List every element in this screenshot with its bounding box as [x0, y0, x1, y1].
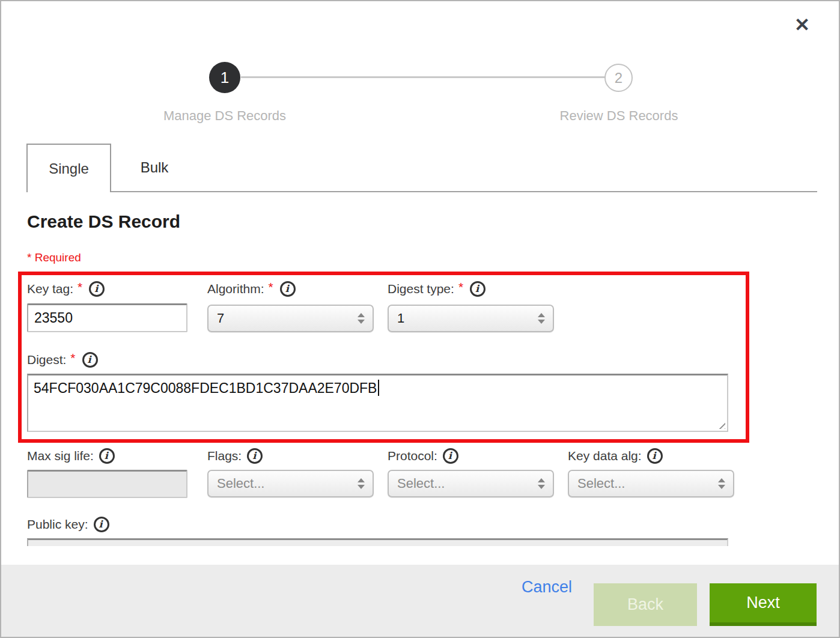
key-data-alg-label-row: Key data alg: i — [568, 448, 663, 464]
algorithm-label: Algorithm: — [207, 282, 264, 296]
required-note: * Required — [27, 251, 81, 264]
digest-type-label: Digest type: — [388, 282, 454, 296]
public-key-textarea[interactable] — [27, 538, 728, 546]
info-icon-glyph: i — [285, 284, 289, 294]
info-icon-glyph: i — [653, 451, 656, 461]
text-cursor — [378, 380, 379, 396]
info-icon[interactable]: i — [280, 281, 296, 297]
close-icon[interactable]: ✕ — [794, 16, 810, 34]
step-2-label: Review DS Records — [523, 108, 715, 124]
tab-bulk[interactable]: Bulk — [112, 145, 196, 190]
info-icon[interactable]: i — [647, 448, 663, 464]
protocol-label-row: Protocol: i — [388, 448, 458, 464]
key-tag-label-row: Key tag: * i — [27, 281, 105, 297]
select-arrows-icon — [358, 313, 365, 324]
info-icon[interactable]: i — [82, 352, 98, 368]
key-tag-label: Key tag: — [27, 282, 73, 296]
digest-textarea[interactable]: 54FCF030AA1C79C0088FDEC1BD1C37DAA2E70DFB — [27, 374, 728, 432]
cancel-button[interactable]: Cancel — [522, 578, 572, 597]
info-icon-glyph: i — [252, 451, 256, 461]
required-marker: * — [269, 280, 273, 294]
step-2-number: 2 — [615, 70, 622, 87]
info-icon-glyph: i — [88, 355, 91, 365]
required-marker: * — [70, 351, 75, 365]
protocol-select[interactable]: Select... — [388, 470, 554, 497]
step-1-label: Manage DS Records — [129, 108, 321, 124]
info-icon[interactable]: i — [89, 281, 105, 297]
info-icon[interactable]: i — [94, 517, 109, 532]
page-title: Create DS Record — [27, 211, 180, 232]
next-button[interactable]: Next — [710, 583, 817, 626]
modal-footer: Cancel Back Next — [1, 565, 839, 637]
stepper-connector — [241, 76, 605, 78]
digest-label-row: Digest: * i — [27, 352, 98, 368]
algorithm-select[interactable]: 7 — [207, 305, 374, 332]
public-key-label: Public key: — [27, 517, 88, 532]
flags-label: Flags: — [207, 449, 242, 463]
digest-label: Digest: — [27, 353, 66, 367]
flags-select-value: Select... — [217, 476, 264, 491]
info-icon[interactable]: i — [470, 281, 485, 297]
flags-select[interactable]: Select... — [207, 470, 374, 497]
digest-type-select[interactable]: 1 — [388, 305, 554, 332]
protocol-select-value: Select... — [397, 476, 445, 491]
max-sig-life-label-row: Max sig life: i — [27, 448, 115, 464]
info-icon-glyph: i — [99, 520, 103, 529]
step-1-number: 1 — [221, 68, 229, 87]
select-arrows-icon — [358, 478, 365, 489]
tab-single[interactable]: Single — [26, 144, 111, 192]
select-arrows-icon — [538, 478, 545, 489]
flags-label-row: Flags: i — [207, 448, 263, 464]
select-arrows-icon — [718, 478, 725, 489]
protocol-label: Protocol: — [388, 449, 437, 463]
info-icon-glyph: i — [94, 284, 98, 294]
digest-type-select-value: 1 — [397, 311, 404, 326]
key-data-alg-label: Key data alg: — [568, 449, 642, 463]
create-ds-record-modal: ✕ 1 2 Manage DS Records Review DS Record… — [0, 0, 840, 638]
tab-divider — [26, 191, 817, 192]
algorithm-label-row: Algorithm: * i — [207, 281, 296, 297]
step-1-circle: 1 — [209, 62, 240, 93]
public-key-label-row: Public key: i — [27, 517, 109, 532]
info-icon[interactable]: i — [443, 448, 458, 464]
info-icon-glyph: i — [448, 451, 452, 461]
step-2-circle: 2 — [604, 64, 633, 92]
max-sig-life-input[interactable] — [27, 470, 187, 498]
tab-bulk-label: Bulk — [141, 159, 169, 176]
key-data-alg-select-value: Select... — [577, 476, 625, 491]
tab-single-label: Single — [49, 160, 89, 177]
back-button[interactable]: Back — [594, 583, 697, 626]
required-marker: * — [458, 280, 463, 294]
info-icon[interactable]: i — [99, 448, 115, 464]
key-tag-input[interactable] — [27, 303, 187, 332]
select-arrows-icon — [538, 313, 545, 324]
info-icon-glyph: i — [475, 284, 479, 294]
digest-value: 54FCF030AA1C79C0088FDEC1BD1C37DAA2E70DFB — [34, 380, 377, 396]
required-marker: * — [78, 280, 82, 294]
digest-type-label-row: Digest type: * i — [388, 281, 485, 297]
info-icon-glyph: i — [105, 451, 108, 461]
max-sig-life-label: Max sig life: — [27, 449, 94, 463]
info-icon[interactable]: i — [247, 448, 263, 464]
algorithm-select-value: 7 — [217, 311, 224, 326]
resize-handle-icon[interactable] — [716, 420, 725, 429]
key-data-alg-select[interactable]: Select... — [568, 470, 734, 497]
